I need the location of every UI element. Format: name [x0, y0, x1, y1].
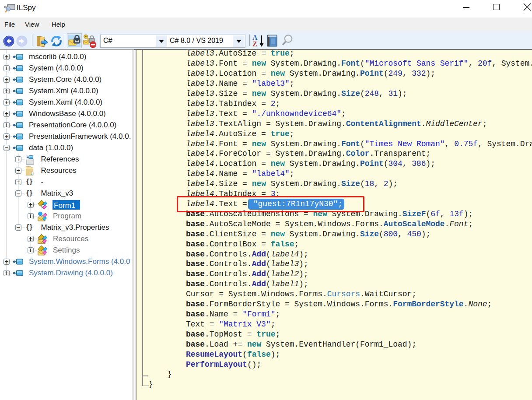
svg-text:Z: Z	[252, 40, 257, 47]
